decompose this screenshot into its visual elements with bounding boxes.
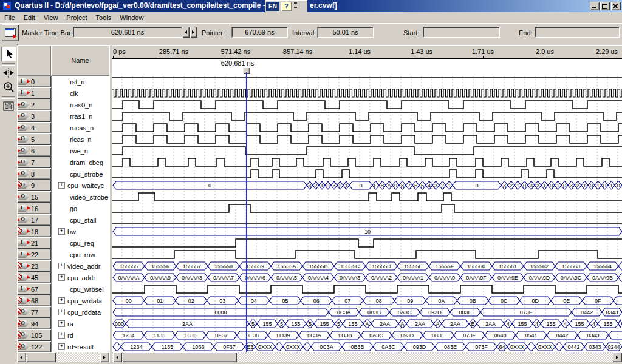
signal-row-cpu_stall[interactable]: cpu_stall — [52, 214, 110, 226]
signal-number-button-rlcas_n[interactable]: O5 — [17, 133, 51, 145]
signal-number-button-cpu_waitcyc[interactable]: O9 — [17, 180, 51, 191]
signal-row-clk[interactable]: clk — [52, 87, 110, 99]
signal-row-cpu_wrbsel[interactable]: cpu_wrbsel — [52, 283, 110, 295]
signal-row-rras0_n[interactable]: rras0_n — [52, 99, 110, 110]
interval-value: 50.01 ns — [317, 27, 374, 38]
signal-number-button-go[interactable]: I16 — [17, 203, 51, 214]
signal-row-rras1_n[interactable]: rras1_n — [52, 110, 110, 122]
signal-row-rucas_n[interactable]: rucas_n — [52, 122, 110, 133]
signal-number-button-rras0_n[interactable]: O2 — [17, 99, 51, 110]
signal-number-button-clk[interactable]: I1 — [17, 87, 51, 99]
signal-number-button-rst_n[interactable]: I0 — [17, 76, 51, 87]
master-time-spin-left-icon[interactable] — [183, 27, 190, 38]
signal-number-button-cpu_addr[interactable]: I45 — [17, 272, 51, 283]
menu-edit[interactable]: Edit — [19, 13, 39, 22]
snap-to-transition-icon[interactable] — [1, 66, 16, 80]
signal-row-ra[interactable]: +ra — [52, 318, 110, 329]
signal-number-button-video_strobe[interactable]: O15 — [17, 191, 51, 203]
waveform-canvas[interactable]: 032103210CBA9876543210321032101032101010… — [112, 76, 622, 352]
menu-file[interactable]: File — [0, 13, 19, 22]
fullscreen-grid-icon[interactable] — [1, 99, 16, 113]
signal-row-dram_cbeg[interactable]: dram_cbeg — [52, 157, 110, 168]
axis-tick-label: 2.29 us — [596, 48, 618, 55]
minimize-button[interactable] — [590, 2, 600, 10]
signal-number-column: I0I1O2O3O4O5O6O7O8O9O15I16O17I18I21I22I2… — [17, 76, 51, 352]
signal-row-rst_n[interactable]: rst_n — [52, 76, 110, 87]
close-button[interactable] — [611, 2, 621, 10]
language-badge[interactable]: EN — [266, 2, 279, 11]
language-bar[interactable]: EN ? — [265, 0, 307, 12]
restore-button[interactable] — [600, 2, 610, 10]
menu-view[interactable]: View — [39, 13, 63, 22]
signal-number-button-cpu_rddata[interactable]: O77 — [17, 306, 51, 318]
zoom-icon[interactable] — [1, 80, 16, 95]
signal-row-cpu_waitcyc[interactable]: +cpu_waitcyc — [52, 180, 110, 191]
signal-row-video_strobe[interactable]: video_strobe — [52, 191, 110, 203]
master-time-bar-value[interactable]: 620.681 ns — [73, 27, 182, 38]
end-value[interactable] — [535, 27, 620, 38]
signal-number-button-rwe_n[interactable]: O6 — [17, 145, 51, 157]
selection-arrow-icon[interactable] — [1, 47, 16, 61]
svg-text:0B3B: 0B3B — [367, 309, 381, 315]
help-icon[interactable]: ? — [281, 2, 292, 11]
waveform-editor-icon[interactable] — [2, 24, 19, 41]
signal-number-button-video_addr[interactable]: I23 — [17, 260, 51, 272]
signal-number-button-rucas_n[interactable]: O4 — [17, 122, 51, 133]
menu-project[interactable]: Project — [62, 13, 91, 22]
signal-number-button-rd~result[interactable]: O122 — [17, 341, 51, 352]
signal-row-rd~result[interactable]: +rd~result — [52, 341, 110, 352]
signal-number-button-cpu_wrdata[interactable]: I68 — [17, 295, 51, 306]
scroll-left-icon[interactable] — [113, 352, 122, 362]
start-value[interactable] — [423, 27, 500, 38]
signal-row-rd[interactable]: +rd — [52, 329, 110, 341]
master-time-spin-right-icon[interactable] — [190, 27, 197, 38]
signal-number-button-cpu_strobe[interactable]: O8 — [17, 168, 51, 180]
signal-number-button-ra[interactable]: O94 — [17, 318, 51, 329]
title-bar[interactable]: Quartus II - D:/d/pentevo/fpga/_ver0.00/… — [0, 0, 622, 12]
signal-number-button-dram_cbeg[interactable]: O7 — [17, 157, 51, 168]
signal-row-cpu_addr[interactable]: +cpu_addr — [52, 272, 110, 283]
signal-row-rwe_n[interactable]: rwe_n — [52, 145, 110, 157]
waveform-display[interactable]: 032103210CBA9876543210321032101032101010… — [112, 76, 622, 352]
menu-tools[interactable]: Tools — [92, 13, 116, 22]
expand-group-icon[interactable]: + — [58, 274, 65, 281]
signal-number-button-cpu_wrbsel[interactable]: I67 — [17, 283, 51, 295]
name-panel-scrollbar[interactable] — [17, 352, 109, 362]
expand-group-icon[interactable]: + — [58, 343, 65, 350]
expand-group-icon[interactable]: + — [58, 263, 65, 269]
expand-group-icon[interactable]: + — [58, 332, 65, 339]
time-axis[interactable]: 0 ps285.71 ns571.42 ns857.14 ns1.14 us1.… — [112, 46, 622, 59]
signal-row-rlcas_n[interactable]: rlcas_n — [52, 133, 110, 145]
signal-row-cpu_wrdata[interactable]: +cpu_wrdata — [52, 295, 110, 306]
scroll-left-icon[interactable] — [17, 352, 26, 362]
signal-row-bw[interactable]: +bw — [52, 226, 110, 237]
master-time-marker-band[interactable]: 620.681 ns — [112, 59, 622, 76]
signal-row-video_addr[interactable]: +video_addr — [52, 260, 110, 272]
signal-row-cpu_rddata[interactable]: +cpu_rddata — [52, 306, 110, 318]
expand-group-icon[interactable]: + — [58, 228, 65, 235]
signal-number-button-cpu_stall[interactable]: O17 — [17, 214, 51, 226]
menu-window[interactable]: Window — [115, 13, 148, 22]
signal-row-go[interactable]: go — [52, 203, 110, 214]
signal-number-button-rd[interactable]: O105 — [17, 329, 51, 341]
signal-number-button-bw[interactable]: I18 — [17, 226, 51, 237]
signal-name: go — [70, 205, 77, 212]
signal-row-cpu_strobe[interactable]: cpu_strobe — [52, 168, 110, 180]
waveform-scrollbar[interactable] — [112, 352, 622, 362]
expand-group-icon[interactable]: + — [58, 320, 65, 327]
signal-row-cpu_rnw[interactable]: cpu_rnw — [52, 249, 110, 260]
expand-group-icon[interactable]: + — [58, 309, 65, 315]
expand-group-icon[interactable]: + — [58, 182, 65, 189]
signal-row-cpu_req[interactable]: cpu_req — [52, 237, 110, 249]
expand-group-icon[interactable]: + — [58, 297, 65, 304]
signal-number-button-cpu_req[interactable]: I21 — [17, 237, 51, 249]
time-cursor-line[interactable] — [246, 72, 247, 352]
scroll-right-icon[interactable] — [613, 352, 622, 362]
signal-number-button-cpu_rnw[interactable]: I22 — [17, 249, 51, 260]
signal-number-button-rras1_n[interactable]: O3 — [17, 110, 51, 122]
scrollbar-thumb[interactable] — [123, 352, 237, 362]
scroll-right-icon[interactable] — [100, 352, 109, 362]
language-options-icon[interactable] — [293, 2, 298, 10]
scrollbar-thumb[interactable] — [27, 352, 56, 362]
app-icon[interactable] — [2, 1, 12, 10]
